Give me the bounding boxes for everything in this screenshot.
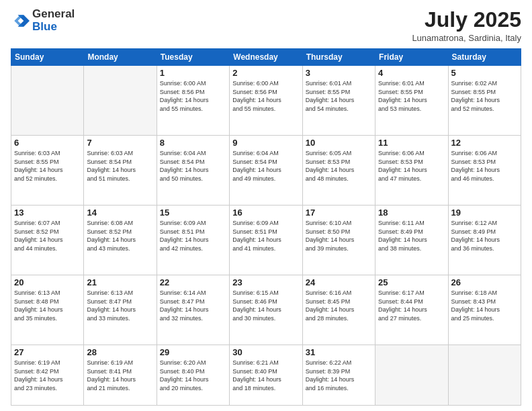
cell-info: Sunrise: 6:03 AMSunset: 8:54 PMDaylight:… (87, 149, 153, 183)
cell-info: Sunrise: 6:13 AMSunset: 8:47 PMDaylight:… (87, 289, 153, 322)
week-row-1: 1Sunrise: 6:00 AMSunset: 8:56 PMDaylight… (11, 66, 521, 136)
day-number: 3 (306, 68, 372, 78)
calendar-cell: 10Sunrise: 6:05 AMSunset: 8:53 PMDayligh… (302, 136, 375, 205)
calendar-cell: 19Sunrise: 6:12 AMSunset: 8:49 PMDayligh… (448, 205, 521, 275)
logo-general: General (32, 7, 75, 20)
day-number: 9 (232, 138, 299, 148)
calendar-header: SundayMondayTuesdayWednesdayThursdayFrid… (11, 49, 521, 66)
calendar-cell: 15Sunrise: 6:09 AMSunset: 8:51 PMDayligh… (157, 205, 229, 275)
cell-info: Sunrise: 6:01 AMSunset: 8:55 PMDaylight:… (306, 79, 372, 113)
day-number: 21 (87, 277, 153, 287)
cell-info: Sunrise: 6:15 AMSunset: 8:46 PMDaylight:… (232, 289, 299, 322)
month-title: July 2025 (412, 8, 521, 32)
day-number: 30 (232, 347, 299, 357)
weekday-header-friday: Friday (375, 49, 448, 66)
calendar-cell: 8Sunrise: 6:04 AMSunset: 8:54 PMDaylight… (157, 136, 229, 205)
cell-info: Sunrise: 6:09 AMSunset: 8:51 PMDaylight:… (160, 219, 226, 253)
cell-info: Sunrise: 6:16 AMSunset: 8:45 PMDaylight:… (306, 289, 372, 322)
day-number: 31 (306, 347, 372, 357)
calendar-cell (84, 66, 157, 136)
logo-text: General Blue (32, 8, 75, 33)
day-number: 28 (87, 347, 153, 357)
calendar-cell: 21Sunrise: 6:13 AMSunset: 8:47 PMDayligh… (84, 275, 157, 345)
calendar-cell: 18Sunrise: 6:11 AMSunset: 8:49 PMDayligh… (375, 205, 448, 275)
cell-info: Sunrise: 6:14 AMSunset: 8:47 PMDaylight:… (160, 289, 226, 322)
calendar-cell: 4Sunrise: 6:01 AMSunset: 8:55 PMDaylight… (375, 66, 448, 136)
calendar-cell: 7Sunrise: 6:03 AMSunset: 8:54 PMDaylight… (84, 136, 157, 205)
calendar-cell: 13Sunrise: 6:07 AMSunset: 8:52 PMDayligh… (11, 205, 84, 275)
cell-info: Sunrise: 6:22 AMSunset: 8:39 PMDaylight:… (306, 359, 372, 392)
weekday-header-saturday: Saturday (448, 49, 521, 66)
location: Lunamatrona, Sardinia, Italy (412, 33, 521, 43)
day-number: 4 (378, 68, 445, 78)
calendar-cell: 24Sunrise: 6:16 AMSunset: 8:45 PMDayligh… (302, 275, 375, 345)
calendar-cell: 17Sunrise: 6:10 AMSunset: 8:50 PMDayligh… (302, 205, 375, 275)
cell-info: Sunrise: 6:01 AMSunset: 8:55 PMDaylight:… (378, 79, 445, 113)
logo: General Blue (11, 8, 75, 33)
weekday-header-tuesday: Tuesday (157, 49, 229, 66)
title-block: July 2025 Lunamatrona, Sardinia, Italy (412, 8, 521, 43)
day-number: 17 (306, 208, 372, 218)
calendar-body: 1Sunrise: 6:00 AMSunset: 8:56 PMDaylight… (11, 66, 521, 406)
cell-info: Sunrise: 6:08 AMSunset: 8:52 PMDaylight:… (87, 219, 153, 253)
day-number: 18 (378, 208, 445, 218)
day-number: 27 (14, 347, 81, 357)
day-number: 1 (160, 68, 226, 78)
day-number: 25 (378, 277, 445, 287)
cell-info: Sunrise: 6:10 AMSunset: 8:50 PMDaylight:… (306, 219, 372, 253)
cell-info: Sunrise: 6:18 AMSunset: 8:43 PMDaylight:… (451, 289, 518, 322)
page: General Blue July 2025 Lunamatrona, Sard… (0, 0, 532, 411)
calendar-cell: 9Sunrise: 6:04 AMSunset: 8:54 PMDaylight… (230, 136, 302, 205)
cell-info: Sunrise: 6:00 AMSunset: 8:56 PMDaylight:… (232, 79, 299, 113)
header: General Blue July 2025 Lunamatrona, Sard… (11, 8, 521, 43)
week-row-3: 13Sunrise: 6:07 AMSunset: 8:52 PMDayligh… (11, 205, 521, 275)
day-number: 6 (14, 138, 81, 148)
day-number: 5 (451, 68, 518, 78)
weekday-header-monday: Monday (84, 49, 157, 66)
calendar-cell: 11Sunrise: 6:06 AMSunset: 8:53 PMDayligh… (375, 136, 448, 205)
calendar-cell: 12Sunrise: 6:06 AMSunset: 8:53 PMDayligh… (448, 136, 521, 205)
cell-info: Sunrise: 6:06 AMSunset: 8:53 PMDaylight:… (451, 149, 518, 183)
calendar-cell: 16Sunrise: 6:09 AMSunset: 8:51 PMDayligh… (230, 205, 302, 275)
calendar-cell: 14Sunrise: 6:08 AMSunset: 8:52 PMDayligh… (84, 205, 157, 275)
day-number: 23 (232, 277, 299, 287)
cell-info: Sunrise: 6:06 AMSunset: 8:53 PMDaylight:… (378, 149, 445, 183)
cell-info: Sunrise: 6:11 AMSunset: 8:49 PMDaylight:… (378, 219, 445, 253)
calendar-cell: 20Sunrise: 6:13 AMSunset: 8:48 PMDayligh… (11, 275, 84, 345)
calendar-cell: 23Sunrise: 6:15 AMSunset: 8:46 PMDayligh… (230, 275, 302, 345)
calendar-cell (375, 345, 448, 406)
weekday-header-thursday: Thursday (302, 49, 375, 66)
week-row-5: 27Sunrise: 6:19 AMSunset: 8:42 PMDayligh… (11, 345, 521, 406)
calendar-cell: 5Sunrise: 6:02 AMSunset: 8:55 PMDaylight… (448, 66, 521, 136)
cell-info: Sunrise: 6:04 AMSunset: 8:54 PMDaylight:… (160, 149, 226, 183)
day-number: 13 (14, 208, 81, 218)
cell-info: Sunrise: 6:09 AMSunset: 8:51 PMDaylight:… (232, 219, 299, 253)
day-number: 8 (160, 138, 226, 148)
day-number: 16 (232, 208, 299, 218)
day-number: 22 (160, 277, 226, 287)
day-number: 10 (306, 138, 372, 148)
calendar-cell: 6Sunrise: 6:03 AMSunset: 8:55 PMDaylight… (11, 136, 84, 205)
day-number: 14 (87, 208, 153, 218)
cell-info: Sunrise: 6:19 AMSunset: 8:41 PMDaylight:… (87, 359, 153, 392)
weekday-header-sunday: Sunday (11, 49, 84, 66)
cell-info: Sunrise: 6:19 AMSunset: 8:42 PMDaylight:… (14, 359, 81, 392)
cell-info: Sunrise: 6:21 AMSunset: 8:40 PMDaylight:… (232, 359, 299, 392)
calendar-cell: 1Sunrise: 6:00 AMSunset: 8:56 PMDaylight… (157, 66, 229, 136)
day-number: 7 (87, 138, 153, 148)
cell-info: Sunrise: 6:17 AMSunset: 8:44 PMDaylight:… (378, 289, 445, 322)
calendar-cell: 22Sunrise: 6:14 AMSunset: 8:47 PMDayligh… (157, 275, 229, 345)
calendar-cell: 28Sunrise: 6:19 AMSunset: 8:41 PMDayligh… (84, 345, 157, 406)
day-number: 29 (160, 347, 226, 357)
week-row-4: 20Sunrise: 6:13 AMSunset: 8:48 PMDayligh… (11, 275, 521, 345)
cell-info: Sunrise: 6:13 AMSunset: 8:48 PMDaylight:… (14, 289, 81, 322)
calendar-cell: 3Sunrise: 6:01 AMSunset: 8:55 PMDaylight… (302, 66, 375, 136)
cell-info: Sunrise: 6:05 AMSunset: 8:53 PMDaylight:… (306, 149, 372, 183)
calendar-table: SundayMondayTuesdayWednesdayThursdayFrid… (11, 48, 521, 406)
cell-info: Sunrise: 6:00 AMSunset: 8:56 PMDaylight:… (160, 79, 226, 113)
logo-blue: Blue (32, 21, 75, 34)
cell-info: Sunrise: 6:03 AMSunset: 8:55 PMDaylight:… (14, 149, 81, 183)
day-number: 15 (160, 208, 226, 218)
calendar-cell: 27Sunrise: 6:19 AMSunset: 8:42 PMDayligh… (11, 345, 84, 406)
calendar-cell: 25Sunrise: 6:17 AMSunset: 8:44 PMDayligh… (375, 275, 448, 345)
